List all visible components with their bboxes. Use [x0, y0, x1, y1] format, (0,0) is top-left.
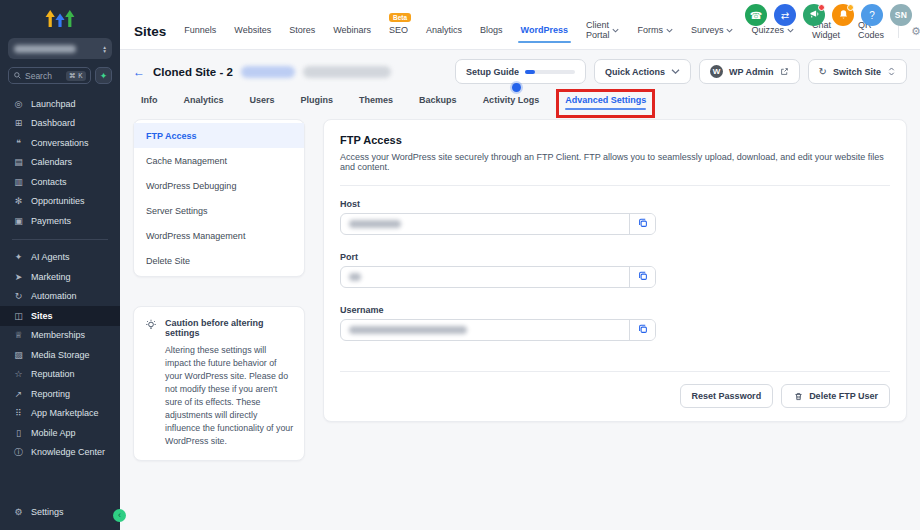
beta-badge: Beta: [389, 13, 411, 22]
sidebar-item-mobile-app[interactable]: ▯Mobile App: [0, 423, 120, 443]
sidebar-item-dashboard[interactable]: ⊞Dashboard: [0, 114, 120, 134]
tab-advanced-settings[interactable]: Advanced Settings: [565, 95, 646, 110]
port-input[interactable]: [341, 267, 629, 287]
sidebar-item-label: Media Storage: [31, 350, 90, 360]
sidebar-item-payments[interactable]: ▣Payments: [0, 211, 120, 231]
topnav-tab-blogs[interactable]: Blogs: [480, 25, 503, 37]
divider: [898, 25, 899, 38]
phone-button[interactable]: ☎: [745, 4, 767, 26]
wp-admin-button[interactable]: W WP Admin: [699, 59, 800, 84]
tab-analytics[interactable]: Analytics: [184, 95, 224, 110]
back-arrow-icon[interactable]: ←: [133, 65, 145, 79]
announcements-button[interactable]: [803, 4, 825, 26]
tab-users[interactable]: Users: [250, 95, 275, 110]
sidebar-item-settings[interactable]: ⚙ Settings: [0, 503, 120, 523]
site-domain-redacted: [303, 66, 391, 78]
help-button[interactable]: ?: [861, 4, 883, 26]
settings-nav-wordpress-debugging[interactable]: WordPress Debugging: [134, 173, 304, 198]
sidebar-item-reputation[interactable]: ☆Reputation: [0, 365, 120, 385]
copy-button[interactable]: [629, 320, 655, 340]
switch-site-button[interactable]: ↻ Switch Site: [808, 59, 907, 84]
panel-title: FTP Access: [340, 134, 890, 146]
topnav-tab-websites[interactable]: Websites: [234, 25, 271, 37]
settings-nav-wordpress-management[interactable]: WordPress Management: [134, 223, 304, 248]
sidebar-item-contacts[interactable]: ▥Contacts: [0, 172, 120, 192]
sidebar-item-knowledge-center[interactable]: ⓘKnowledge Center: [0, 443, 120, 463]
settings-nav-label: WordPress Management: [146, 231, 245, 241]
knowledge-center-icon: ⓘ: [13, 446, 24, 459]
tab-plugins[interactable]: Plugins: [301, 95, 334, 110]
mobile-app-icon: ▯: [13, 428, 24, 438]
phone-icon: ☎: [750, 10, 762, 21]
settings-nav-server-settings[interactable]: Server Settings: [134, 198, 304, 223]
site-badge-redacted: [241, 66, 295, 78]
sidebar-item-ai-agents[interactable]: ✦AI Agents: [0, 248, 120, 268]
tab-backups[interactable]: Backups: [419, 95, 457, 110]
setup-progress-bar: [525, 70, 575, 74]
settings-nav-delete-site[interactable]: Delete Site: [134, 248, 304, 273]
sidebar-item-media-storage[interactable]: ▨Media Storage: [0, 345, 120, 365]
topnav-tab-analytics[interactable]: Analytics: [426, 25, 462, 37]
app-window: ▴▾ Search ⌘ K ✦ ◎Launchpad⊞Dashboard❝Con…: [0, 0, 920, 530]
ai-assistant-button[interactable]: ✦: [95, 67, 112, 84]
ftp-access-panel: FTP Access Access your WordPress site se…: [323, 119, 907, 422]
sidebar-item-opportunities[interactable]: ✻Opportunities: [0, 192, 120, 212]
sidebar-item-automation[interactable]: ↻Automation: [0, 287, 120, 307]
sidebar-item-app-marketplace[interactable]: ⠿App Marketplace: [0, 404, 120, 424]
reputation-icon: ☆: [13, 369, 24, 379]
sidebar-collapse-button[interactable]: ‹: [113, 509, 126, 522]
copy-button[interactable]: [629, 214, 655, 234]
chevron-down-icon: [612, 28, 619, 33]
topnav-tab-forms[interactable]: Forms: [637, 25, 673, 37]
sidebar-item-reporting[interactable]: ↗Reporting: [0, 384, 120, 404]
topnav-tab-webinars[interactable]: Webinars: [333, 25, 371, 37]
integrations-button[interactable]: ⇄: [774, 4, 796, 26]
tab-label: Forms: [637, 25, 663, 35]
caution-title: Caution before altering settings: [165, 318, 294, 338]
search-input[interactable]: Search ⌘ K: [8, 67, 91, 84]
settings-gear-icon[interactable]: ⚙: [911, 25, 920, 38]
copy-icon: [637, 268, 649, 286]
settings-nav-ftp-access[interactable]: FTP Access: [134, 123, 304, 148]
copy-button[interactable]: [629, 267, 655, 287]
account-name-redacted: [14, 45, 76, 53]
tab-themes[interactable]: Themes: [359, 95, 393, 110]
sidebar-item-label: Sites: [31, 311, 53, 321]
setup-guide-button[interactable]: Setup Guide: [455, 59, 586, 84]
calendars-icon: ▤: [13, 157, 24, 167]
topnav-tab-seo[interactable]: BetaSEO: [389, 25, 408, 37]
username-input[interactable]: [341, 320, 629, 340]
notifications-button[interactable]: [832, 4, 854, 26]
sidebar-item-launchpad[interactable]: ◎Launchpad: [0, 94, 120, 114]
topnav-tab-quizzes[interactable]: Quizzes: [751, 25, 794, 37]
settings-nav-cache-management[interactable]: Cache Management: [134, 148, 304, 173]
tab-label: Analytics: [184, 95, 224, 105]
tab-label: Activity Logs: [483, 95, 540, 105]
topnav-tab-client-portal[interactable]: Client Portal: [586, 20, 620, 42]
quick-actions-button[interactable]: Quick Actions: [594, 59, 691, 84]
topnav-tab-funnels[interactable]: Funnels: [184, 25, 216, 37]
user-avatar[interactable]: SN: [890, 4, 912, 26]
notification-dot: [818, 4, 825, 11]
sidebar-item-memberships[interactable]: ♕Memberships: [0, 326, 120, 346]
reset-password-button[interactable]: Reset Password: [680, 384, 774, 408]
sidebar-item-sites[interactable]: ◫Sites: [0, 306, 120, 326]
site-detail-tabs: InfoAnalyticsUsersPluginsThemesBackupsAc…: [141, 95, 907, 110]
tab-info[interactable]: Info: [141, 95, 158, 110]
tab-label: Users: [250, 95, 275, 105]
sidebar-item-calendars[interactable]: ▤Calendars: [0, 153, 120, 173]
delete-ftp-user-button[interactable]: Delete FTP User: [781, 384, 890, 408]
topnav-tab-surveys[interactable]: Surveys: [691, 25, 734, 37]
topnav-tab-wordpress[interactable]: WordPress: [521, 25, 568, 37]
sidebar-item-conversations[interactable]: ❝Conversations: [0, 133, 120, 153]
sidebar-item-label: Mobile App: [31, 428, 76, 438]
tab-activity-logs[interactable]: Activity Logs: [483, 95, 540, 110]
sidebar-item-marketing[interactable]: ➤Marketing: [0, 267, 120, 287]
field-input-group: [340, 319, 656, 341]
host-input[interactable]: [341, 214, 629, 234]
trash-icon: [793, 391, 804, 402]
topnav-tab-stores[interactable]: Stores: [289, 25, 315, 37]
account-switcher[interactable]: ▴▾: [8, 38, 112, 59]
redacted-value: [349, 273, 361, 281]
tab-label: Plugins: [301, 95, 334, 105]
